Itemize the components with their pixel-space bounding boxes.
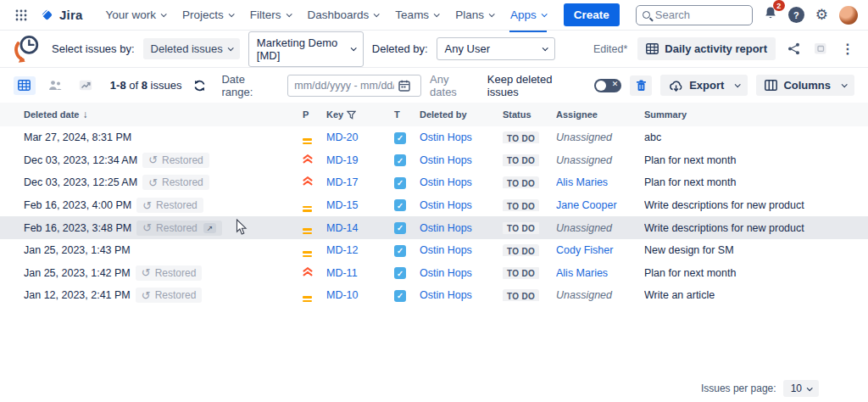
- share-button[interactable]: [786, 41, 802, 57]
- deleted-by-link[interactable]: Ostin Hops: [420, 176, 472, 188]
- copy-button[interactable]: [812, 41, 829, 57]
- assignee-link[interactable]: Alis Maries: [556, 176, 608, 188]
- deleted-date-value: Jan 12, 2023, 2:41 PM: [24, 289, 131, 301]
- deleted-date-value: Jan 25, 2023, 1:43 PM: [24, 244, 131, 256]
- export-cloud-icon: [669, 80, 683, 92]
- columns-button[interactable]: Columns: [756, 75, 854, 96]
- nav-apps[interactable]: Apps: [503, 3, 554, 26]
- deleted-by-link[interactable]: Ostin Hops: [420, 267, 472, 279]
- date-range-input[interactable]: [294, 80, 394, 92]
- nav-teams[interactable]: Teams: [387, 3, 446, 26]
- assignee-link[interactable]: Alis Maries: [556, 267, 608, 279]
- nav-filters[interactable]: Filters: [242, 3, 298, 26]
- chevron-down-icon: [807, 385, 813, 391]
- priority-medium-icon: [303, 228, 312, 234]
- project-select[interactable]: Marketing Demo [MD]: [248, 31, 364, 67]
- date-range-field[interactable]: [287, 75, 421, 97]
- jira-logo[interactable]: Jira: [39, 7, 83, 23]
- issue-key-link[interactable]: MD-11: [326, 267, 358, 279]
- issue-key-link[interactable]: MD-14: [326, 222, 359, 234]
- chart-view-button[interactable]: [75, 76, 97, 95]
- priority-highest-icon: [303, 154, 313, 164]
- issue-key-link[interactable]: MD-19: [326, 154, 359, 166]
- search-icon: [643, 11, 650, 19]
- table-row[interactable]: Jan 12, 2023, 2:41 PM ↺ Restored ↗ MD-10…: [0, 284, 868, 307]
- keep-deleted-toggle[interactable]: ✕: [594, 79, 621, 92]
- daily-activity-report-button[interactable]: Daily activity report: [637, 37, 776, 60]
- refresh-button[interactable]: [193, 79, 206, 92]
- delete-button[interactable]: [630, 75, 652, 96]
- col-assignee[interactable]: Assignee: [556, 109, 644, 120]
- users-view-button[interactable]: [44, 76, 66, 95]
- page-size-select[interactable]: 10: [783, 380, 819, 397]
- status-badge: TO DO: [503, 244, 539, 256]
- more-actions-button[interactable]: ⋮: [839, 39, 856, 59]
- filter-funnel-icon[interactable]: [347, 110, 356, 120]
- issues-source-dropdown[interactable]: Deleted issues: [143, 38, 240, 59]
- assignee-link: Unassigned: [556, 222, 612, 234]
- help-button[interactable]: ?: [788, 7, 804, 23]
- chevron-down-icon: [541, 11, 547, 17]
- issue-key-link[interactable]: MD-17: [326, 176, 359, 188]
- table-row[interactable]: Feb 16, 2023, 4:00 PM ↺ Restored ↗ MD-15…: [0, 194, 868, 217]
- summary-text: Plan for next month: [644, 267, 868, 279]
- table-view-button[interactable]: [14, 76, 36, 95]
- col-type[interactable]: T: [394, 109, 420, 120]
- settings-gear-icon[interactable]: ⚙: [815, 8, 828, 22]
- table-row[interactable]: Jan 25, 2023, 1:42 PM ↺ Restored ↗ MD-11…: [0, 262, 868, 285]
- priority-highest-icon: [303, 176, 313, 186]
- nav-dashboards[interactable]: Dashboards: [300, 3, 387, 26]
- user-avatar[interactable]: [839, 6, 858, 25]
- export-button[interactable]: Export: [660, 75, 748, 96]
- filterbar-right: Keep deleted issues ✕ Export: [487, 73, 854, 98]
- table-row[interactable]: Jan 25, 2023, 1:43 PM ↺ Restored ↗ MD-12…: [0, 239, 868, 262]
- issue-key-link[interactable]: MD-12: [326, 244, 359, 256]
- issue-key-link[interactable]: MD-20: [326, 131, 359, 143]
- deleted-by-link[interactable]: Ostin Hops: [420, 222, 472, 234]
- open-restored-issue-icon[interactable]: ↗: [203, 223, 217, 233]
- col-deleted-date[interactable]: Deleted date ↓: [24, 109, 303, 120]
- chevron-down-icon: [228, 11, 234, 17]
- deleted-by-link[interactable]: Ostin Hops: [420, 154, 472, 166]
- nav-projects[interactable]: Projects: [175, 3, 241, 26]
- table-row[interactable]: Feb 16, 2023, 3:48 PM ↺ Restored ↗ MD-14…: [0, 216, 868, 239]
- create-button[interactable]: Create: [564, 3, 620, 26]
- status-badge: TO DO: [503, 289, 539, 301]
- notifications-button[interactable]: 2: [764, 6, 777, 24]
- col-deleted-by[interactable]: Deleted by: [420, 109, 503, 120]
- restored-badge: ↺ Restored ↗: [136, 288, 203, 303]
- col-priority[interactable]: P: [303, 109, 326, 120]
- nav-plans[interactable]: Plans: [448, 3, 501, 26]
- deleted-by-link[interactable]: Ostin Hops: [420, 244, 472, 256]
- priority-medium-icon: [303, 206, 312, 212]
- col-status[interactable]: Status: [503, 109, 556, 120]
- table-row[interactable]: Dec 03, 2023, 12:25 AM ↺ Restored ↗ MD-1…: [0, 171, 868, 194]
- deleted-by-link[interactable]: Ostin Hops: [420, 289, 472, 301]
- issue-key-link[interactable]: MD-10: [326, 289, 359, 301]
- chevron-down-icon: [286, 11, 292, 17]
- task-type-icon: ✓: [394, 199, 406, 211]
- col-summary[interactable]: Summary: [644, 109, 868, 120]
- nav-your-work[interactable]: Your work: [98, 3, 174, 26]
- deleted-by-link[interactable]: Ostin Hops: [420, 131, 472, 143]
- search-input[interactable]: [655, 8, 740, 21]
- app-switcher-icon[interactable]: [10, 4, 32, 26]
- assignee-link[interactable]: Jane Cooper: [556, 199, 617, 211]
- task-type-icon: ✓: [394, 177, 406, 189]
- chevron-down-icon: [161, 11, 167, 17]
- table-row[interactable]: Mar 27, 2024, 8:31 PM ↺ Restored ↗ MD-20…: [0, 126, 868, 149]
- deleted-by-link[interactable]: Ostin Hops: [420, 199, 472, 211]
- assignee-link[interactable]: Cody Fisher: [556, 244, 613, 256]
- deleted-by-select[interactable]: Any User: [437, 37, 555, 60]
- calendar-icon[interactable]: [398, 80, 410, 92]
- report-table-icon: [646, 43, 659, 54]
- summary-text: Write descriptions for new product: [644, 222, 868, 234]
- app-toolbar: Select issues by: Deleted issues Marketi…: [0, 31, 868, 68]
- jira-logo-text: Jira: [59, 8, 83, 22]
- table-row[interactable]: Dec 03, 2023, 12:34 AM ↺ Restored ↗ MD-1…: [0, 149, 868, 172]
- issue-key-link[interactable]: MD-15: [326, 199, 359, 211]
- global-search[interactable]: [636, 5, 753, 25]
- deleted-date-value: Feb 16, 2023, 3:48 PM: [24, 222, 131, 234]
- keep-deleted-label: Keep deleted issues: [487, 73, 587, 98]
- col-key[interactable]: Key: [326, 109, 394, 120]
